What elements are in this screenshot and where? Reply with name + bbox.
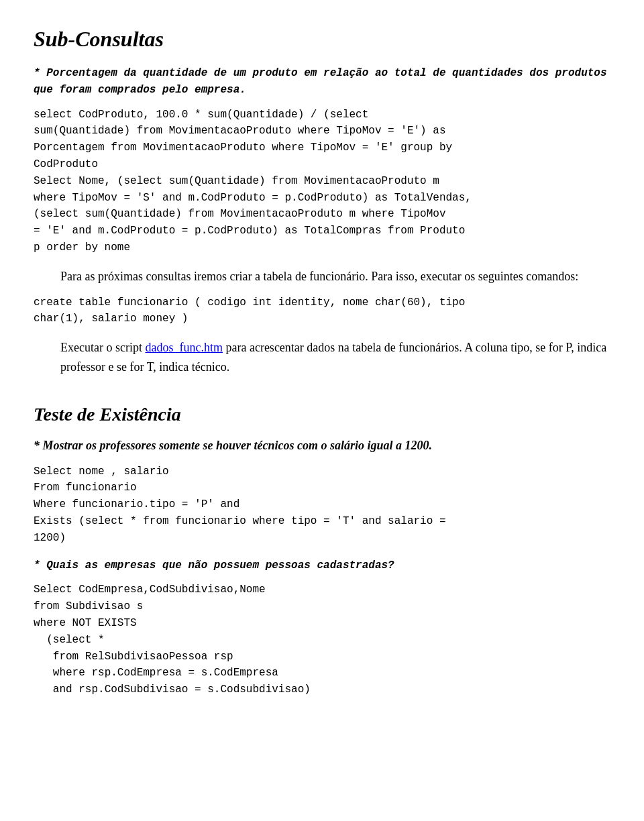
para-text-1: Para as próximas consultas iremos criar …: [60, 267, 610, 286]
para-text-2: Executar o script dados_func.htm para ac…: [60, 338, 610, 377]
section2-title: Teste de Existência: [34, 404, 610, 425]
paragraph-1: Para as próximas consultas iremos criar …: [34, 267, 610, 286]
code-text-2: create table funcionario ( codigo int id…: [34, 294, 610, 328]
paragraph-2: Executar o script dados_func.htm para ac…: [34, 338, 610, 377]
section1-intro: * Porcentagem da quantidade de um produt…: [34, 65, 610, 99]
code-block-3: Select nome , salario From funcionario W…: [34, 463, 610, 547]
intro-paragraph: * Porcentagem da quantidade de um produt…: [34, 65, 610, 99]
question-paragraph: * Quais as empresas que não possuem pess…: [34, 557, 610, 574]
section2-intro-text: * Mostrar os professores somente se houv…: [34, 436, 610, 455]
para2-prefix: Executar o script: [60, 341, 145, 354]
code-text-3: Select nome , salario From funcionario W…: [34, 463, 610, 547]
code-block-1: select CodProduto, 100.0 * sum(Quantidad…: [34, 107, 610, 256]
question-text: * Quais as empresas que não possuem pess…: [34, 557, 610, 574]
code-block-2: create table funcionario ( codigo int id…: [34, 294, 610, 328]
section2-intro: * Mostrar os professores somente se houv…: [34, 436, 610, 455]
code-text-4: Select CodEmpresa,CodSubdivisao,Nome fro…: [34, 582, 610, 698]
para1-text: Para as próximas consultas iremos criar …: [60, 270, 578, 283]
code-block-4: Select CodEmpresa,CodSubdivisao,Nome fro…: [34, 582, 610, 698]
dados-func-link[interactable]: dados_func.htm: [145, 341, 222, 354]
code-text-1: select CodProduto, 100.0 * sum(Quantidad…: [34, 107, 610, 256]
page-title: Sub-Consultas: [34, 27, 610, 52]
